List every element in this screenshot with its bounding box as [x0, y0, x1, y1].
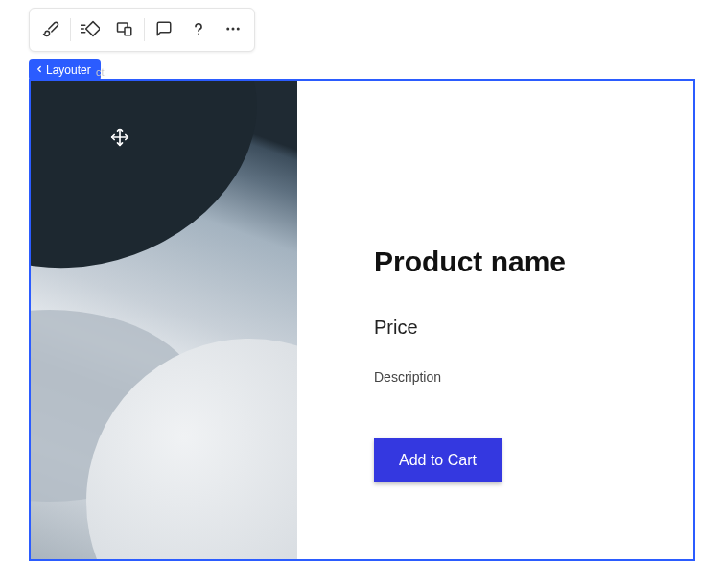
breadcrumb-layouter-tag[interactable]: Layouter	[29, 59, 101, 81]
product-title[interactable]: Product name	[374, 246, 566, 278]
help-icon	[190, 20, 207, 40]
more-tool-button[interactable]	[216, 12, 250, 47]
breadcrumb-label: Layouter	[46, 63, 91, 77]
svg-point-7	[226, 27, 229, 30]
svg-rect-5	[125, 27, 131, 35]
editor-toolbar	[29, 8, 255, 52]
help-tool-button[interactable]	[181, 12, 216, 47]
brush-tool-button[interactable]	[34, 12, 68, 47]
product-layout-canvas[interactable]: Product name Price Description Add to Ca…	[29, 79, 695, 561]
brush-icon	[42, 20, 59, 40]
comment-tool-button[interactable]	[147, 12, 181, 47]
product-price[interactable]: Price	[374, 317, 418, 339]
align-tool-button[interactable]	[73, 12, 107, 47]
product-info-panel: Product name Price Description Add to Ca…	[297, 81, 693, 559]
move-handle[interactable]	[109, 129, 130, 150]
chevron-left-icon	[35, 63, 46, 77]
product-description[interactable]: Description	[374, 369, 441, 385]
devices-tool-button[interactable]	[107, 12, 142, 47]
add-to-cart-button[interactable]: Add to Cart	[374, 438, 502, 482]
svg-rect-3	[86, 21, 100, 35]
product-image-panel[interactable]	[31, 81, 297, 559]
comment-icon	[155, 20, 173, 40]
toolbar-divider	[70, 18, 71, 41]
svg-point-9	[237, 27, 240, 30]
image-shape-dark	[31, 81, 296, 314]
more-icon	[224, 20, 242, 40]
toolbar-divider	[144, 18, 145, 41]
svg-point-8	[232, 27, 235, 30]
devices-icon	[116, 20, 133, 40]
move-icon	[110, 128, 129, 151]
diamond-align-icon	[81, 20, 100, 40]
